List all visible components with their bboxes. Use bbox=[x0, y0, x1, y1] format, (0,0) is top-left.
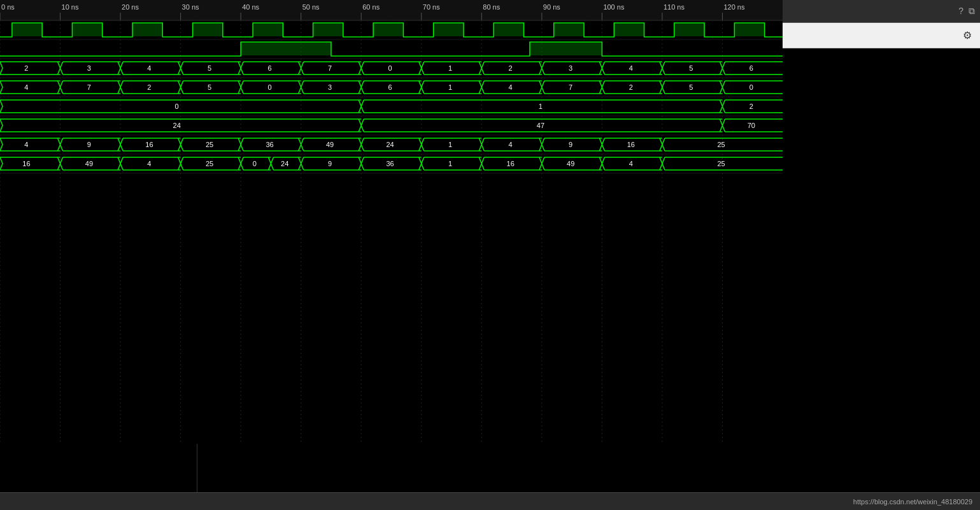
main-content: Name Value 🕐 clk 1 🕐 WE 1 bbox=[0, 48, 980, 492]
tab-bar-icons: ? ⧉ bbox=[958, 6, 975, 17]
settings-button[interactable]: ⚙ bbox=[958, 27, 976, 45]
waveform-canvas[interactable] bbox=[197, 48, 783, 444]
status-bar: https://blog.csdn.net/weixin_48180029 bbox=[0, 492, 980, 510]
waveform-panel[interactable] bbox=[197, 48, 980, 492]
status-url: https://blog.csdn.net/weixin_48180029 bbox=[853, 498, 972, 506]
restore-icon[interactable]: ⧉ bbox=[969, 6, 975, 17]
help-icon[interactable]: ? bbox=[958, 6, 963, 17]
